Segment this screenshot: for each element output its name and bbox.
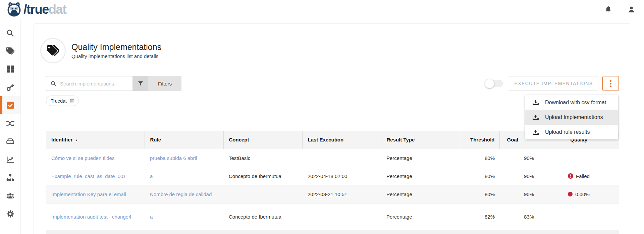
kebab-dots-icon: [610, 80, 611, 87]
last-execution-cell: 2022-04-18 02:00: [302, 167, 381, 185]
download-icon: [532, 99, 539, 106]
result-type-cell: Percentage: [381, 167, 460, 185]
quality-cell: [539, 203, 619, 230]
filters-label: Filters: [158, 81, 172, 86]
implementation-link[interactable]: Cómo ve si se pueden tildes: [46, 149, 145, 167]
menu-item-upload-implementations[interactable]: Upload Implementations: [525, 110, 618, 125]
wordmark-primary: /true: [23, 2, 49, 16]
column-header-concept[interactable]: Concept: [223, 131, 302, 149]
quality-red-dot-icon: [568, 192, 573, 196]
sitemap-icon: [6, 174, 14, 182]
toolbar: Filters EXECUTE IMPLEMENTATIONS: [46, 76, 619, 91]
actions-dropdown-menu: Download with csv format Upload Implemen…: [525, 95, 618, 139]
sidebar-item-shuffle[interactable]: [0, 114, 20, 132]
check-square-icon: [6, 101, 14, 109]
sidebar-item-users[interactable]: [0, 187, 20, 205]
sidebar-item-tags[interactable]: [0, 42, 20, 60]
table-row-partial: [46, 230, 619, 234]
table-row: Implementation Key para el email Nombre …: [46, 185, 619, 203]
result-type-cell: Percentage: [381, 185, 460, 203]
menu-item-label: Upload rule results: [545, 129, 590, 135]
table-row: Cómo ve si se pueden tildes prueba subid…: [46, 149, 619, 167]
last-execution-cell: 2022-03-21 10:51: [302, 185, 381, 203]
menu-item-label: Upload Implementations: [545, 114, 603, 120]
key-icon: [6, 83, 14, 92]
table-row: Implementation audit test - change4 a Co…: [46, 203, 619, 230]
users-icon: [6, 192, 15, 200]
menu-item-download-csv[interactable]: Download with csv format: [525, 95, 618, 110]
wordmark: /truedat: [23, 3, 66, 16]
upload-icon: [532, 129, 539, 135]
sidebar-item-settings[interactable]: [0, 205, 20, 223]
sidebar-item-chart[interactable]: [0, 151, 20, 169]
quality-cell: 0.00%: [539, 185, 619, 203]
filter-chip-label: Truedat: [51, 98, 67, 104]
last-execution-cell: [302, 203, 381, 230]
last-execution-cell: [302, 149, 381, 167]
search-icon: [6, 29, 14, 37]
implementation-link[interactable]: Implementation audit test - change4: [46, 203, 145, 230]
sidebar-item-hdd[interactable]: [0, 132, 20, 151]
page-subtitle: Quality implementations list and details: [71, 53, 161, 59]
left-sidebar: [0, 19, 21, 234]
filter-chip-truedat[interactable]: Truedat: [46, 96, 79, 106]
execute-toggle[interactable]: [485, 80, 503, 87]
implementations-table: Identifier▲ Rule Concept Last Execution …: [46, 131, 619, 234]
tags-icon: [6, 47, 15, 55]
menu-item-upload-rule-results[interactable]: Upload rule results: [525, 125, 618, 139]
upload-icon: [532, 114, 539, 120]
threshold-cell: 80%: [460, 185, 499, 203]
threshold-cell: 80%: [460, 167, 499, 185]
goal-cell: 90%: [499, 167, 539, 185]
quality-cell: [539, 149, 619, 167]
filter-funnel-icon: [138, 80, 144, 86]
implementation-link[interactable]: Example_rule_cast_as_date_001: [46, 167, 145, 185]
goal-cell: 83%: [499, 203, 539, 230]
search-input[interactable]: [60, 81, 128, 86]
column-header-threshold[interactable]: Threshold: [460, 131, 499, 149]
grid-icon: [6, 65, 14, 73]
sort-asc-icon: ▲: [75, 138, 78, 142]
column-header-identifier[interactable]: Identifier▲: [46, 131, 145, 149]
rule-link[interactable]: Nombre de regla de calidad: [145, 185, 223, 203]
rule-link[interactable]: a: [145, 167, 223, 185]
column-header-rule[interactable]: Rule: [145, 131, 223, 149]
table-row: Example_rule_cast_as_date_001 a Concepto…: [46, 167, 619, 185]
goal-cell: 90%: [499, 149, 539, 167]
result-type-cell: Percentage: [381, 149, 460, 167]
more-actions-kebab-button[interactable]: [602, 76, 619, 91]
bell-icon[interactable]: [604, 6, 612, 13]
rule-link[interactable]: prueba subida 6 abril: [145, 149, 223, 167]
user-icon[interactable]: [628, 6, 635, 13]
filters-button[interactable]: Filters: [148, 76, 181, 91]
threshold-cell: 80%: [460, 149, 499, 167]
execute-implementations-button[interactable]: EXECUTE IMPLEMENTATIONS: [509, 76, 598, 91]
filter-icon-button[interactable]: [132, 76, 148, 91]
truedat-logo[interactable]: /truedat: [6, 2, 66, 17]
top-navbar: /truedat: [0, 0, 644, 19]
sidebar-item-quality[interactable]: [0, 96, 20, 114]
column-header-last-execution[interactable]: Last Execution: [302, 131, 381, 149]
goal-cell: 90%: [499, 185, 539, 203]
search-icon: [50, 80, 57, 87]
page-header-circle: [40, 38, 66, 63]
rule-link[interactable]: a: [145, 203, 223, 230]
concept-cell: Concepto de Ibermutua: [223, 203, 302, 230]
sidebar-item-search[interactable]: [0, 24, 20, 42]
sidebar-item-sitemap[interactable]: [0, 169, 20, 187]
concept-cell: [223, 185, 302, 203]
trash-icon[interactable]: [70, 98, 74, 103]
sidebar-item-grid[interactable]: [0, 60, 20, 78]
quality-cell: Failed: [539, 167, 619, 185]
page-header: Quality Implementations Quality implemen…: [40, 38, 161, 63]
concept-cell: Concepto de Ibermutua: [223, 167, 302, 185]
gear-icon: [6, 210, 14, 218]
sidebar-item-key[interactable]: [0, 78, 20, 96]
column-header-result-type[interactable]: Result Type: [381, 131, 460, 149]
page-title: Quality Implementations: [71, 42, 161, 52]
shuffle-icon: [6, 119, 15, 127]
implementation-link[interactable]: Implementation Key para el email: [46, 185, 145, 203]
concept-cell: TestBasic: [223, 149, 302, 167]
active-filters-row: Truedat: [46, 96, 79, 106]
menu-item-label: Download with csv format: [545, 100, 606, 106]
